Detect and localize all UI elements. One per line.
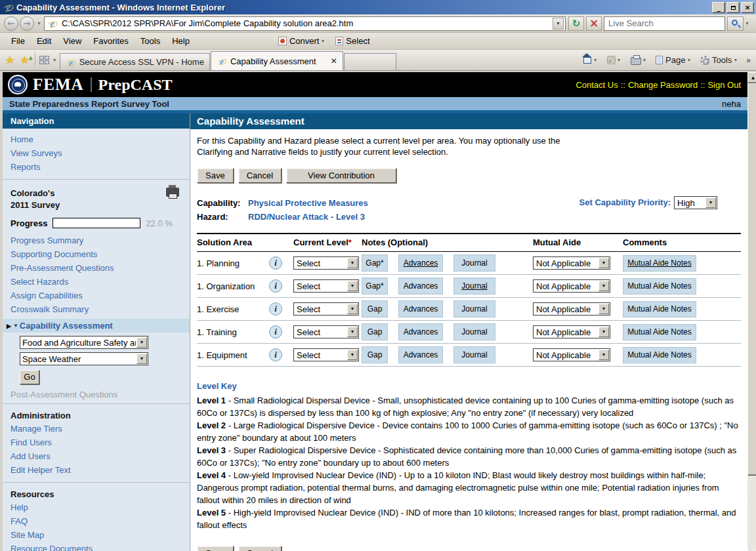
dropdown-arrow-icon[interactable]: ▼ (347, 350, 358, 360)
convert-dropdown-icon[interactable]: ▼ (320, 39, 325, 43)
convert-button[interactable]: Convert ▼ (274, 35, 331, 47)
search-button[interactable] (727, 16, 744, 31)
gap-button[interactable]: Gap* (362, 277, 388, 295)
journal-button[interactable]: Journal (453, 255, 495, 272)
dropdown-arrow-icon[interactable]: ▼ (598, 327, 609, 337)
mutual-aide-select[interactable]: Not Applicable▼ (533, 348, 610, 361)
advances-button[interactable]: Advances (398, 277, 443, 295)
sidebar-item-pre-assessment-questions[interactable]: Pre-Assessment Questions (3, 261, 190, 275)
menu-view[interactable]: View (57, 34, 87, 48)
sidebar-item-supporting-documents[interactable]: Supporting Documents (3, 247, 190, 261)
info-icon[interactable]: i (269, 279, 282, 293)
dropdown-arrow-icon[interactable]: ▼ (598, 350, 609, 360)
mutual-aide-select[interactable]: Not Applicable▼ (533, 256, 610, 270)
tab-list-dropdown-icon[interactable]: ▼ (52, 58, 57, 62)
select-button[interactable]: Select (331, 35, 373, 47)
menu-file[interactable]: File (5, 34, 31, 48)
forward-button[interactable]: → (20, 16, 34, 31)
search-options-dropdown-icon[interactable]: ▼ (745, 21, 749, 26)
go-button[interactable]: Go (20, 370, 39, 384)
tab-close-icon[interactable]: ✕ (331, 56, 337, 66)
address-input[interactable] (60, 18, 553, 28)
stop-button[interactable]: × (586, 16, 602, 31)
sidebar-item-edit-helper-text[interactable]: Edit Helper Text (3, 463, 190, 477)
dropdown-arrow-icon[interactable]: ▼ (347, 327, 358, 337)
advances-button[interactable]: Advances (398, 323, 443, 340)
cancel-button-bottom[interactable]: Cancel (238, 546, 282, 551)
print-survey-icon[interactable] (166, 188, 179, 197)
scroll-up-icon[interactable]: ▲ (747, 72, 756, 83)
home-button[interactable]: ▼ (578, 55, 604, 66)
tab-capability-assessment[interactable]: e Capability Assessment ✕ (211, 51, 343, 70)
dropdown-arrow-icon[interactable]: ▼ (136, 337, 147, 348)
vertical-scrollbar[interactable]: ▲ ▼ (747, 72, 756, 551)
gap-button[interactable]: Gap (362, 300, 388, 317)
mutual-aide-notes-button[interactable]: Mutual Aide Notes (623, 301, 696, 317)
journal-button[interactable]: Journal (453, 323, 495, 340)
dropdown-arrow-icon[interactable]: ▼ (598, 258, 609, 268)
info-icon[interactable]: i (269, 256, 282, 270)
current-level-select[interactable]: Select▼ (293, 325, 359, 338)
advances-button[interactable]: Advances (398, 300, 443, 317)
current-level-select[interactable]: Select▼ (293, 256, 359, 270)
quick-tabs-icon[interactable] (39, 56, 50, 65)
mutual-aide-notes-button[interactable]: Mutual Aide Notes (623, 324, 696, 340)
new-tab-stub[interactable] (344, 53, 396, 70)
journal-button[interactable]: Journal (453, 300, 495, 317)
gap-button[interactable]: Gap (362, 346, 388, 363)
menu-tools[interactable]: Tools (135, 34, 166, 48)
cancel-button[interactable]: Cancel (238, 168, 282, 183)
menu-edit[interactable]: Edit (31, 34, 57, 48)
current-level-select[interactable]: Select▼ (293, 279, 359, 293)
menu-help[interactable]: Help (166, 34, 196, 48)
dropdown-arrow-icon[interactable]: ▼ (347, 281, 358, 291)
history-dropdown-icon[interactable]: ▼ (37, 21, 41, 26)
contact-us-link[interactable]: Contact Us (576, 80, 618, 90)
dropdown-arrow-icon[interactable]: ▼ (136, 354, 147, 364)
feeds-button[interactable]: ▼ (604, 56, 627, 64)
priority-select[interactable]: High ▼ (674, 196, 717, 209)
current-level-select[interactable]: Select▼ (293, 348, 359, 361)
advances-button[interactable]: Advances (398, 255, 443, 272)
dropdown-arrow-icon[interactable]: ▼ (347, 258, 358, 268)
sidebar-item-manage-tiers[interactable]: Manage Tiers (3, 422, 190, 436)
dropdown-arrow-icon[interactable]: ▼ (598, 281, 609, 291)
journal-button[interactable]: Journal (453, 277, 495, 295)
dropdown-arrow-icon[interactable]: ▼ (598, 304, 609, 314)
mutual-aide-select[interactable]: Not Applicable▼ (533, 302, 610, 316)
sidebar-item-add-users[interactable]: Add Users (3, 449, 190, 463)
sidebar-item-faq[interactable]: FAQ (3, 514, 190, 528)
sidebar-item-select-hazards[interactable]: Select Hazards (3, 275, 190, 289)
sign-out-link[interactable]: Sign Out (707, 80, 741, 90)
dropdown-arrow-icon[interactable]: ▼ (705, 197, 716, 208)
add-favorite-icon[interactable]: ★ (17, 54, 32, 66)
mutual-aide-notes-button[interactable]: Mutual Aide Notes (623, 278, 696, 295)
search-box[interactable] (604, 16, 725, 31)
menu-favorites[interactable]: Favorites (87, 34, 134, 48)
page-menu-button[interactable]: Page▼ (652, 55, 697, 65)
close-button[interactable]: × (741, 2, 754, 13)
info-icon[interactable]: i (269, 348, 282, 361)
current-level-select[interactable]: Select▼ (293, 302, 359, 316)
dropdown-arrow-icon[interactable]: ▼ (347, 304, 358, 314)
change-password-link[interactable]: Change Password (628, 80, 698, 90)
sidebar-item-home[interactable]: Home (3, 133, 190, 146)
sidebar-item-capability-assessment[interactable]: ▶ ▼ Capability Assessment (3, 319, 190, 333)
sidebar-item-progress-summary[interactable]: Progress Summary (3, 234, 190, 247)
search-input[interactable] (607, 18, 722, 29)
scrollbar-thumb[interactable] (747, 83, 756, 476)
advances-button[interactable]: Advances (398, 346, 443, 363)
hazard-select[interactable]: Space Weather ▼ (20, 352, 148, 365)
view-contribution-button[interactable]: View Contribution (286, 168, 396, 183)
refresh-button[interactable]: ↻ (568, 16, 584, 31)
mutual-aide-notes-button[interactable]: Mutual Aide Notes (623, 255, 696, 272)
gap-button[interactable]: Gap* (362, 255, 388, 272)
save-button-bottom[interactable]: Save (197, 546, 234, 551)
favorites-center-icon[interactable]: ★ (3, 54, 17, 66)
minimize-button[interactable]: _ (712, 2, 725, 13)
sidebar-item-assign-capabilities[interactable]: Assign Capabilities (3, 289, 190, 302)
sidebar-item-crosswalk-summary[interactable]: Crosswalk Summary (3, 302, 190, 316)
command-overflow-icon[interactable]: » (744, 56, 753, 65)
print-button[interactable]: ▼ (627, 55, 653, 65)
save-button[interactable]: Save (197, 168, 234, 183)
